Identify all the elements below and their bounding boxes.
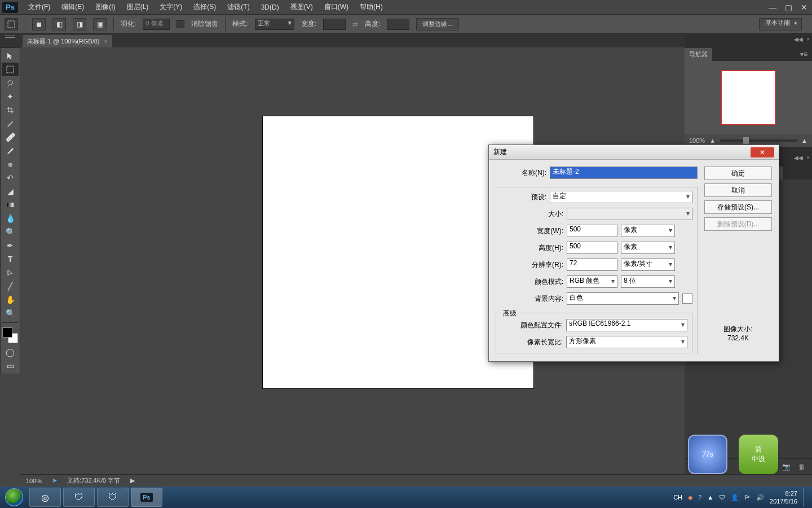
camera-icon[interactable]: 📷	[782, 463, 791, 471]
eyedropper-tool[interactable]	[2, 117, 19, 130]
ok-button[interactable]: 确定	[704, 167, 772, 180]
workspace-select[interactable]: 基本功能	[759, 18, 802, 30]
desktop-widget-1[interactable]: 77s	[688, 435, 727, 474]
height-unit-select[interactable]: 像素	[621, 242, 675, 254]
hand-tool[interactable]: ✋	[2, 293, 19, 306]
antialias-checkbox[interactable]	[176, 20, 184, 28]
status-arrow-icon[interactable]: ➤	[52, 477, 57, 484]
tray-flag-icon[interactable]: 🏳	[744, 494, 751, 501]
save-preset-button[interactable]: 存储预设(S)...	[704, 200, 772, 214]
menu-help[interactable]: 帮助(H)	[354, 0, 389, 14]
menu-window[interactable]: 窗口(W)	[319, 0, 354, 14]
status-zoom[interactable]: 100%	[26, 478, 42, 484]
refine-edge-button[interactable]: 调整边缘...	[416, 18, 458, 30]
menu-image[interactable]: 图像(I)	[90, 0, 121, 14]
resolution-input[interactable]: 72	[567, 259, 617, 271]
trash-icon[interactable]: 🗑	[798, 463, 805, 471]
document-tab[interactable]: 未标题-1 @ 100%(RGB/8) ×	[23, 35, 112, 47]
close-panel-icon[interactable]: ×	[806, 36, 810, 42]
menu-select[interactable]: 选择(S)	[188, 0, 222, 14]
taskbar-app-photoshop[interactable]: Ps	[131, 488, 162, 507]
dodge-tool[interactable]: 🔍	[2, 225, 19, 239]
zoom-out-icon[interactable]: ▲	[709, 137, 716, 144]
status-play-icon[interactable]: ▶	[130, 477, 135, 484]
zoom-in-icon[interactable]: ▲	[801, 137, 807, 144]
background-select[interactable]: 白色	[567, 292, 679, 305]
color-profile-select[interactable]: sRGB IEC61966-2.1	[566, 319, 687, 331]
lasso-tool[interactable]	[2, 76, 19, 90]
tool-preset-icon[interactable]	[5, 18, 18, 30]
pen-tool[interactable]: ✒	[2, 239, 19, 252]
resolution-unit-select[interactable]: 像素/英寸	[621, 259, 675, 271]
healing-brush-tool[interactable]: 🩹	[2, 130, 19, 144]
width-unit-select[interactable]: 像素	[621, 225, 675, 237]
menu-filter[interactable]: 滤镜(T)	[222, 0, 255, 14]
navigator-preview[interactable]	[685, 61, 812, 134]
status-doc-size[interactable]: 文档:732.4K/0 字节	[67, 476, 120, 485]
dialog-titlebar[interactable]: 新建 ✕	[489, 145, 779, 160]
tray-shield-icon[interactable]: 🛡	[719, 494, 725, 501]
stamp-tool[interactable]: ⎈	[2, 157, 19, 171]
new-selection-icon[interactable]: ◼	[32, 18, 46, 30]
cancel-button[interactable]: 取消	[704, 183, 772, 197]
minimize-button[interactable]: ―	[765, 2, 780, 13]
navigator-tab[interactable]: 导航器	[685, 48, 712, 61]
menu-3d[interactable]: 3D(D)	[255, 1, 285, 14]
history-brush-tool[interactable]: ↶	[2, 171, 19, 185]
pixel-aspect-select[interactable]: 方形像素	[566, 336, 687, 348]
blur-tool[interactable]: 💧	[2, 212, 19, 225]
intersect-selection-icon[interactable]: ▣	[93, 18, 107, 30]
move-tool[interactable]	[2, 49, 19, 63]
toolbox-grip[interactable]	[0, 34, 20, 40]
tray-clock[interactable]: 8:27 2017/5/16	[770, 489, 797, 505]
tray-icon[interactable]: ◆	[688, 494, 692, 501]
tray-user-icon[interactable]: 👤	[731, 494, 739, 501]
line-tool[interactable]: ╱	[2, 279, 19, 293]
advanced-label[interactable]: 高级	[501, 309, 519, 318]
menu-edit[interactable]: 编辑(E)	[56, 0, 90, 14]
subtract-selection-icon[interactable]: ◨	[73, 18, 86, 30]
feather-input[interactable]: 0 像素	[143, 19, 170, 30]
show-desktop-button[interactable]	[803, 488, 807, 507]
gradient-tool[interactable]	[2, 198, 19, 212]
collapse-icon[interactable]: ◀◀	[794, 155, 803, 161]
crop-tool[interactable]	[2, 103, 19, 117]
taskbar-app-browser[interactable]: ◎	[29, 488, 61, 507]
tray-volume-icon[interactable]: 🔊	[756, 494, 764, 501]
zoom-tool[interactable]: 🔍	[2, 306, 19, 320]
screen-mode-icon[interactable]: ▭	[2, 359, 19, 373]
desktop-widget-2[interactable]: 简中设	[739, 435, 778, 474]
dialog-close-button[interactable]: ✕	[751, 147, 774, 157]
menu-view[interactable]: 视图(V)	[285, 0, 319, 14]
maximize-button[interactable]: ▢	[780, 2, 796, 13]
name-input[interactable]: 未标题-2	[550, 167, 698, 179]
close-panel-icon[interactable]: ×	[806, 155, 810, 161]
brush-tool[interactable]	[2, 144, 19, 157]
type-tool[interactable]: T	[2, 252, 19, 266]
path-selection-tool[interactable]	[2, 266, 19, 279]
menu-type[interactable]: 文字(Y)	[154, 0, 188, 14]
tray-icon[interactable]: ?	[698, 494, 701, 501]
swap-icon[interactable]: ⇄	[352, 20, 358, 28]
tray-chevron-icon[interactable]: ▲	[707, 494, 713, 501]
collapse-icon[interactable]: ◀◀	[794, 36, 803, 42]
background-swatch[interactable]	[682, 294, 692, 304]
style-select[interactable]: 正常▾	[255, 19, 294, 30]
width-input[interactable]: 500	[567, 225, 617, 237]
magic-wand-tool[interactable]: ✦	[2, 90, 19, 103]
close-button[interactable]: ✕	[796, 2, 812, 13]
bit-depth-select[interactable]: 8 位	[621, 275, 675, 288]
navigator-zoom-slider[interactable]	[720, 139, 797, 142]
eraser-tool[interactable]: ◢	[2, 185, 19, 198]
menu-file[interactable]: 文件(F)	[23, 0, 56, 14]
add-selection-icon[interactable]: ◧	[52, 18, 66, 30]
navigator-thumbnail[interactable]	[721, 70, 776, 125]
marquee-tool[interactable]	[2, 63, 19, 76]
quick-mask-icon[interactable]: ◯	[2, 345, 19, 359]
preset-select[interactable]: 自定	[550, 191, 692, 203]
foreground-background-swatches[interactable]	[2, 327, 18, 343]
panel-menu-icon[interactable]: ▾≡	[800, 50, 807, 58]
close-tab-icon[interactable]: ×	[104, 38, 108, 45]
menu-layer[interactable]: 图层(L)	[121, 0, 155, 14]
ime-indicator[interactable]: CH	[673, 494, 682, 501]
